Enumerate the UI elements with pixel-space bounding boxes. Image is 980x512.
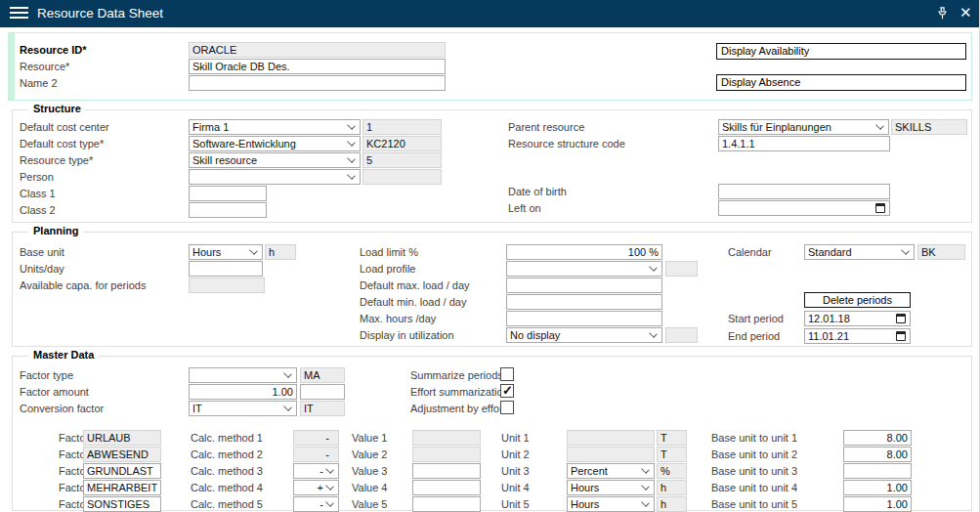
chevron-down-icon xyxy=(283,369,292,378)
factor-type-label: Factor type xyxy=(20,369,73,382)
name2-field[interactable] xyxy=(189,75,446,91)
unit3-dropdown[interactable]: Percent xyxy=(567,463,655,479)
class1-field[interactable] xyxy=(189,186,267,201)
chevron-down-icon xyxy=(347,171,356,180)
unit1-label: Unit 1 xyxy=(501,432,530,445)
structure-code-label: Resource structure code xyxy=(508,138,625,150)
avail-capa-field xyxy=(189,277,265,293)
calc-method2-label: Calc. method 2 xyxy=(191,448,263,461)
factor5-field[interactable]: SONSTIGES xyxy=(83,496,161,512)
units-day-label: Units/day xyxy=(20,263,64,276)
cost-type-dropdown[interactable]: Software-Entwicklung xyxy=(189,136,361,151)
resource-name-field[interactable]: Skill Oracle DB Des. xyxy=(189,59,446,74)
base-unit1-field[interactable]: 8.00 xyxy=(843,430,912,446)
chevron-down-icon xyxy=(875,121,884,130)
effort-summarization-checkbox[interactable] xyxy=(500,384,514,398)
factor-type-dropdown[interactable] xyxy=(189,367,297,383)
base-unit-dropdown[interactable]: Hours xyxy=(189,244,263,260)
chevron-down-icon xyxy=(283,403,292,411)
parent-resource-code: SKILLS xyxy=(891,119,967,135)
calendar-icon[interactable] xyxy=(896,314,906,323)
close-icon[interactable]: ✕ xyxy=(959,4,972,21)
resource-label: Resource* xyxy=(20,61,69,73)
date-of-birth-label: Date of birth xyxy=(508,186,567,198)
parent-resource-dropdown[interactable]: Skills für Einplanungen xyxy=(718,119,889,135)
date-of-birth-field[interactable] xyxy=(718,184,890,199)
window-title: Resource Data Sheet xyxy=(37,6,163,21)
chevron-down-icon xyxy=(649,263,658,272)
base-unit3-label: Base unit to unit 3 xyxy=(711,465,797,478)
person-code xyxy=(362,169,442,185)
cost-center-dropdown[interactable]: Firma 1 xyxy=(189,119,361,135)
base-unit4-label: Base unit to unit 4 xyxy=(711,482,797,494)
base-unit5-field[interactable]: 1.00 xyxy=(843,496,912,512)
calc-method5-dropdown[interactable]: - xyxy=(293,496,339,512)
calendar-icon[interactable] xyxy=(896,331,906,341)
unit2-field xyxy=(567,447,655,462)
factor-type-code: MA xyxy=(300,367,345,383)
calendar-dropdown[interactable]: Standard xyxy=(804,244,915,260)
start-period-field[interactable]: 12.01.18 xyxy=(804,311,911,326)
class2-field[interactable] xyxy=(189,202,267,218)
calc-method3-dropdown[interactable]: - xyxy=(293,463,339,479)
factor3-field[interactable]: GRUNDLAST xyxy=(83,463,161,479)
value5-label: Value 5 xyxy=(352,498,388,511)
person-dropdown[interactable] xyxy=(189,169,361,185)
menu-icon[interactable] xyxy=(10,7,28,20)
factor-amount-label: Factor amount xyxy=(20,386,89,399)
avail-capa-label: Available capa. for periods xyxy=(20,279,146,292)
delete-periods-button[interactable]: Delete periods xyxy=(804,292,911,308)
max-load-field[interactable] xyxy=(506,277,662,293)
unit5-dropdown[interactable]: Hours xyxy=(567,496,655,512)
load-profile-dropdown[interactable] xyxy=(506,261,662,277)
end-period-field[interactable]: 11.01.21 xyxy=(804,328,911,344)
display-util-dropdown[interactable]: No display xyxy=(506,327,662,343)
chevron-down-icon xyxy=(325,482,334,491)
value3-field[interactable] xyxy=(412,463,481,479)
display-absence-button[interactable]: Display Absence xyxy=(716,74,966,91)
titlebar: Resource Data Sheet ✕ xyxy=(0,0,980,27)
units-day-field[interactable] xyxy=(189,261,263,277)
chevron-down-icon xyxy=(347,154,356,163)
calc-method5-label: Calc. method 5 xyxy=(191,498,263,511)
adjustment-by-effort-checkbox[interactable] xyxy=(500,401,514,414)
base-unit3-field[interactable] xyxy=(843,463,912,479)
cost-center-label: Default cost center xyxy=(20,121,109,134)
max-hours-field[interactable] xyxy=(506,311,662,326)
calendar-icon[interactable] xyxy=(875,203,885,213)
calc-method4-dropdown[interactable]: + xyxy=(293,480,339,495)
calc-method1-field: - xyxy=(293,430,339,446)
class1-label: Class 1 xyxy=(20,188,56,200)
base-unit2-field[interactable]: 8.00 xyxy=(843,447,912,462)
value4-field[interactable] xyxy=(412,480,481,495)
base-unit1-label: Base unit to unit 1 xyxy=(711,432,797,445)
pin-icon[interactable] xyxy=(935,6,950,22)
unit4-label: Unit 4 xyxy=(501,482,530,494)
factor-amount-field[interactable]: 1.00 xyxy=(189,384,297,400)
structure-code-field[interactable]: 1.4.1.1 xyxy=(718,136,890,151)
display-util-code xyxy=(665,327,698,343)
conversion-factor-dropdown[interactable]: IT xyxy=(189,401,297,416)
unit4-dropdown[interactable]: Hours xyxy=(567,480,655,495)
chevron-down-icon xyxy=(249,246,258,255)
adjustment-by-effort-label: Adjustment by effort xyxy=(410,403,506,415)
resource-type-code: 5 xyxy=(362,152,442,168)
left-on-field[interactable] xyxy=(718,200,890,216)
base-unit4-field[interactable]: 1.00 xyxy=(843,480,912,495)
load-limit-field[interactable]: 100 % xyxy=(506,244,662,260)
resource-id-label: Resource ID* xyxy=(20,44,86,57)
unit2-label: Unit 2 xyxy=(501,448,530,461)
resource-data-sheet-window: Resource Data Sheet ✕ Resource ID* Resou… xyxy=(0,0,980,512)
resource-id-field: ORACLE xyxy=(189,42,446,58)
resource-type-dropdown[interactable]: Skill resource xyxy=(189,152,361,168)
chevron-down-icon xyxy=(641,465,650,474)
summarize-periods-checkbox[interactable] xyxy=(500,367,514,381)
conversion-factor-code: IT xyxy=(300,401,345,416)
display-availability-button[interactable]: Display Availability xyxy=(716,43,966,60)
min-load-field[interactable] xyxy=(506,294,662,310)
end-period-label: End period xyxy=(728,330,780,343)
value5-field[interactable] xyxy=(412,496,481,512)
factor4-field[interactable]: MEHRARBEIT xyxy=(83,480,161,495)
unit3-code: % xyxy=(657,463,687,479)
chevron-down-icon xyxy=(347,121,356,130)
